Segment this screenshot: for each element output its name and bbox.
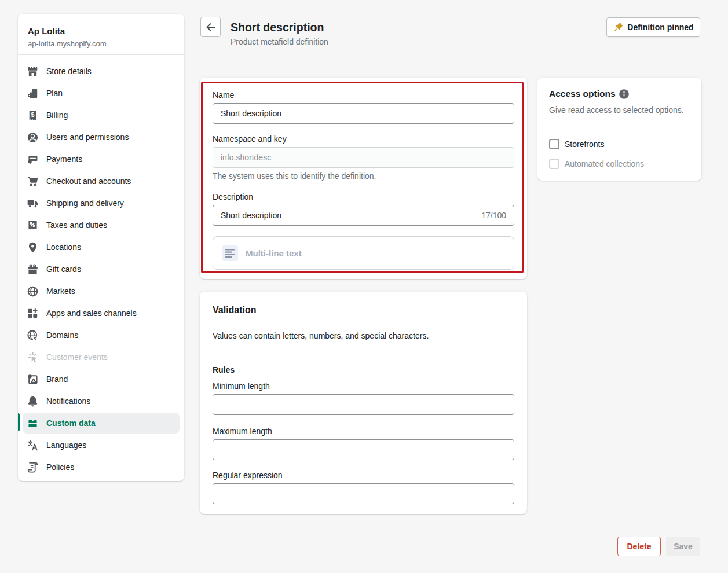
svg-text:$: $ [31,111,35,118]
